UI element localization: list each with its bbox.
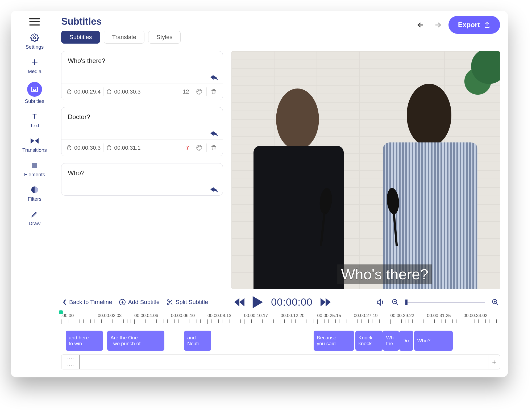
start-time[interactable]: 00:00:29.4 <box>66 88 101 95</box>
text-icon <box>30 112 39 121</box>
svg-point-8 <box>198 90 199 91</box>
sidebar-item-draw[interactable]: Draw <box>29 209 40 226</box>
subtitle-text-input[interactable]: Doctor? <box>61 107 223 139</box>
timeline-clip[interactable]: Are the One Two punch of <box>107 331 164 351</box>
redo-icon[interactable] <box>431 21 442 29</box>
playhead-time: 00:00:00 <box>271 297 313 308</box>
tab-translate[interactable]: Translate <box>104 31 144 44</box>
sidebar-item-transitions[interactable]: Transitions <box>22 136 47 153</box>
rewind-icon[interactable] <box>234 298 244 306</box>
zoom-out-icon[interactable] <box>392 298 399 306</box>
svg-marker-2 <box>31 138 34 144</box>
export-button[interactable]: Export <box>448 16 500 34</box>
tab-styles[interactable]: Styles <box>148 31 181 44</box>
clip-handle-left[interactable] <box>61 355 80 369</box>
pencil-icon <box>30 209 39 219</box>
svg-point-9 <box>200 90 201 91</box>
tab-subtitles[interactable]: Subtitles <box>61 31 100 44</box>
svg-marker-21 <box>321 298 326 306</box>
reply-icon[interactable] <box>210 187 218 193</box>
split-subtitle-button[interactable]: Split Subtitle <box>167 299 208 306</box>
subtitle-text-input[interactable]: Who? <box>61 163 223 195</box>
ruler-label: 00:00:10:17 <box>244 313 281 318</box>
subtitle-card[interactable]: Who's there? 00:00:29.4 00:00:30.3 12 <box>61 51 223 100</box>
back-to-timeline-button[interactable]: Back to Timeline <box>62 299 112 306</box>
subtitle-text-input[interactable]: Who's there? <box>61 51 223 83</box>
chevron-left-icon <box>62 299 67 305</box>
volume-icon[interactable] <box>376 298 385 306</box>
sidebar-label: Elements <box>24 172 45 178</box>
video-preview[interactable]: Who's there? <box>231 51 500 289</box>
ruler-label: 00:00:29:22 <box>390 313 427 318</box>
svg-point-14 <box>200 146 201 147</box>
transitions-icon <box>30 136 39 146</box>
ruler-label: 00:00:27:19 <box>354 313 390 318</box>
export-label: Export <box>458 21 480 29</box>
delete-icon[interactable] <box>209 143 218 152</box>
ruler-label: 00:00:04:06 <box>134 313 171 318</box>
subtitle-tabs: Subtitles Translate Styles <box>61 31 181 44</box>
ruler-label: :00:00 <box>61 313 98 318</box>
svg-point-6 <box>107 90 111 94</box>
scissors-icon <box>167 299 173 306</box>
delete-icon[interactable] <box>209 87 218 96</box>
sidebar-label: Text <box>30 123 39 129</box>
svg-point-7 <box>197 91 198 92</box>
end-time[interactable]: 00:00:30.3 <box>106 88 140 95</box>
sidebar-item-settings[interactable]: Settings <box>26 33 44 50</box>
person-left <box>242 84 355 289</box>
zoom-in-icon[interactable] <box>492 298 499 306</box>
subtitle-card-list[interactable]: Who's there? 00:00:29.4 00:00:30.3 12 Do… <box>61 51 223 289</box>
sidebar: Settings Media Subtitles Text Transition <box>11 11 59 377</box>
zoom-slider[interactable] <box>405 302 485 303</box>
plus-icon <box>30 57 39 67</box>
timeline-clip[interactable]: and here to win <box>66 331 103 351</box>
timeline-clip[interactable]: Do <box>399 331 413 351</box>
sidebar-item-elements[interactable]: Elements <box>24 161 45 178</box>
svg-marker-19 <box>239 298 244 306</box>
timeline-clip[interactable]: Knock knock <box>355 331 383 351</box>
svg-point-12 <box>197 148 198 148</box>
timeline-clip[interactable]: Wh the <box>383 331 399 351</box>
end-time[interactable]: 00:00:31.1 <box>106 145 140 151</box>
sidebar-item-text[interactable]: Text <box>30 112 39 129</box>
ruler-label: 00:00:08:13 <box>207 313 244 318</box>
subtitle-card[interactable]: Who? <box>61 163 223 196</box>
person-right <box>371 80 489 289</box>
style-icon[interactable] <box>195 143 204 152</box>
reply-icon[interactable] <box>210 131 218 137</box>
svg-point-17 <box>167 303 169 305</box>
preview-subtitle: Who's there? <box>337 264 432 284</box>
sidebar-label: Transitions <box>22 147 47 153</box>
player-toolbar: Back to Timeline Add Subtitle Split Subt… <box>61 294 500 310</box>
add-subtitle-button[interactable]: Add Subtitle <box>119 299 160 306</box>
forward-icon[interactable] <box>321 298 331 306</box>
play-icon[interactable] <box>252 296 263 308</box>
timeline-ruler[interactable]: :00:0000:00:02:0300:00:04:0600:00:06:100… <box>61 313 500 328</box>
subtitle-clip-row[interactable]: and here to winAre the One Two punch ofa… <box>61 331 500 351</box>
timeline-clip[interactable]: Who? <box>414 331 453 351</box>
timeline[interactable]: :00:0000:00:02:0300:00:04:0600:00:06:100… <box>61 313 500 369</box>
ruler-label: 00:00:06:10 <box>171 313 208 318</box>
svg-marker-3 <box>35 138 39 144</box>
svg-point-13 <box>198 146 199 147</box>
ruler-label: 00:00:25:15 <box>317 313 354 318</box>
reply-icon[interactable] <box>210 75 218 81</box>
clip-handle-right[interactable] <box>482 355 488 369</box>
sidebar-item-subtitles[interactable]: Subtitles <box>25 82 44 104</box>
start-time[interactable]: 00:00:30.3 <box>66 145 101 151</box>
timeline-clip[interactable]: Because you said <box>314 331 354 351</box>
sidebar-item-filters[interactable]: Filters <box>28 185 41 202</box>
subtitle-card[interactable]: Doctor? 00:00:30.3 00:00:31.1 7 <box>61 107 223 156</box>
sidebar-item-media[interactable]: Media <box>28 57 41 74</box>
svg-marker-20 <box>253 296 263 308</box>
ruler-label: 00:00:31:25 <box>427 313 464 318</box>
style-icon[interactable] <box>195 87 204 96</box>
video-track[interactable]: + <box>61 355 500 369</box>
plus-circle-icon <box>119 299 126 306</box>
menu-icon[interactable] <box>29 18 40 26</box>
add-clip-button[interactable]: + <box>488 355 500 369</box>
undo-icon[interactable] <box>417 21 427 29</box>
timeline-clip[interactable]: and Ncuti <box>184 331 211 351</box>
ruler-label: 00:00:02:03 <box>98 313 135 318</box>
